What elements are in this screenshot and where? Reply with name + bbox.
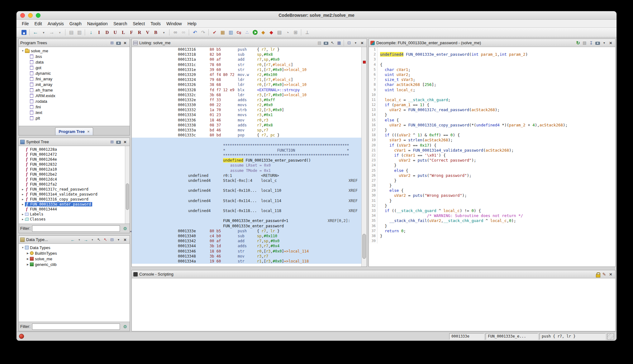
scrollbar-thumb[interactable] <box>126 183 129 210</box>
menu-file[interactable]: File <box>19 21 32 26</box>
cursor-icon[interactable]: ↖ <box>330 40 336 46</box>
snapshot-icon[interactable] <box>323 40 329 46</box>
decompile-line-22[interactable]: 22 if (cVar1 == '\x01') { <box>369 153 615 158</box>
filter-options-icon[interactable]: ⚙ <box>122 226 128 231</box>
fields-icon[interactable]: ▦ <box>336 40 342 46</box>
clone-icon[interactable]: ▤ <box>316 40 322 46</box>
tree-item--data[interactable]: .data <box>19 59 130 65</box>
decompile-line-11[interactable]: 11 local_c = __stack_chk_guard; <box>369 97 615 102</box>
next-undefined-icon[interactable]: U <box>112 29 119 36</box>
listing-line[interactable]: undefinedr0:1<RETURN> <box>132 173 361 178</box>
register-manager-icon[interactable]: ▥ <box>227 29 235 36</box>
listing-line[interactable] <box>132 138 361 143</box>
camera-icon[interactable] <box>116 139 121 145</box>
listing-line[interactable]: undefined4Stack[-0x110...local_110XREF <box>132 188 361 193</box>
listing-line-00013346[interactable]: 0001334618 60strr0,[r3,#0x0]=>local_114 <box>132 249 361 254</box>
tree-item-fun-00013316-copy-password[interactable]: ▶fFUN_00013316_copy_password <box>19 197 125 202</box>
expand-icon[interactable]: ⊡ <box>346 40 352 46</box>
camera-icon[interactable] <box>116 40 121 46</box>
listing-line[interactable]: assume LRset = 0x0 <box>132 163 361 168</box>
next-instruction-icon[interactable]: I <box>95 29 103 36</box>
title-bar[interactable]: CodeBrowser: solve_me2:/solve_me <box>17 11 616 20</box>
forward-menu-icon[interactable]: ▾ <box>56 29 64 36</box>
memory-map-icon[interactable]: ▦ <box>219 29 226 36</box>
tree-item-fun-00012fa2[interactable]: fFUN_00012fa2 <box>19 182 125 187</box>
close-icon[interactable]: × <box>608 272 614 277</box>
decompile-line-37[interactable]: 37 return 0; <box>369 229 615 234</box>
clock-icon[interactable]: ◔ <box>284 29 291 36</box>
listing-line-00013326[interactable]: 0001332638 68ldrr0,[r7,#0x0]=>local_10 <box>132 82 361 87</box>
tree-item-fun-00013444[interactable]: fFUN_00013444 <box>19 207 125 212</box>
decompile-line-39[interactable]: 39 <box>369 239 615 243</box>
close-icon[interactable]: × <box>122 237 128 243</box>
pointer-icon[interactable]: ↖ <box>96 237 102 243</box>
menu-edit[interactable]: Edit <box>32 21 45 26</box>
next-data-icon[interactable]: D <box>103 29 111 36</box>
pin-icon[interactable]: ⊞ <box>109 139 115 145</box>
decompile-line-18[interactable]: 18 if (((uVar2 ^ 1) & 0xff) == 0) { <box>369 133 615 138</box>
error-icon[interactable]: ◆ <box>268 29 275 36</box>
refresh-icon[interactable]: ↻ <box>575 40 581 46</box>
decompile-line-36[interactable]: 36 } <box>369 224 615 229</box>
decompile-line-20[interactable]: 20 if (sVar3 == 0x17) { <box>369 143 615 148</box>
decompile-line-38[interactable]: 38} <box>369 234 615 239</box>
decompile-line-2[interactable]: 2undefined4 FUN_0001333e_enter_password(… <box>369 52 615 57</box>
decompile-line-6[interactable]: 6 uint uVar2; <box>369 72 615 77</box>
decompile-line-15[interactable]: 15 else { <box>369 118 615 123</box>
decompile-line-3[interactable]: 3 <box>369 57 615 62</box>
tree-item-solve-me[interactable]: ▼solve_me <box>19 48 130 54</box>
tree-item-fun-0001264e[interactable]: fFUN_0001264e <box>19 157 125 162</box>
listing-line-00013330[interactable]: 0001333000 22movsr2,#0x0 <box>132 102 361 107</box>
listing-line-00013334[interactable]: 0001333401 23movsr3,#0x1 <box>132 112 361 117</box>
export-icon[interactable]: ↧ <box>588 40 594 46</box>
bookmark-icon[interactable]: ◆ <box>259 29 267 36</box>
pointer-filter-icon[interactable]: ↖ <box>102 237 108 243</box>
tree-item-builtintypes[interactable]: ▶BuiltInTypes <box>19 250 130 256</box>
forward-menu-icon[interactable]: ▾ <box>89 237 95 243</box>
listing-line[interactable] <box>132 193 361 198</box>
resize-grip[interactable] <box>607 333 614 340</box>
next-varied-icon[interactable]: V <box>144 29 151 36</box>
program-tree-tab[interactable]: Program Tree × <box>55 127 93 135</box>
tree-item--fini-array[interactable]: .fini_array <box>19 76 130 82</box>
close-icon[interactable]: × <box>122 139 128 145</box>
close-icon[interactable]: × <box>608 40 614 46</box>
copy-icon[interactable]: ▤ <box>68 29 75 36</box>
next-function-icon[interactable]: F <box>128 29 135 36</box>
back-icon[interactable]: ← <box>32 29 39 36</box>
next-label-icon[interactable]: L <box>120 29 127 36</box>
tree-item--plt[interactable]: .plt <box>19 115 130 121</box>
decompile-line-30[interactable]: 30 uVar2 = puts("Wrong password"); <box>369 193 615 198</box>
decompile-line-17[interactable]: 17 } <box>369 128 615 133</box>
tree-item-fun-0001333e-enter-password[interactable]: ▶fFUN_0001333e_enter_password <box>19 202 125 207</box>
decompile-line-21[interactable]: 21 cVar1 = FUN_000131e4_validate_passwor… <box>369 148 615 153</box>
decompile-line-19[interactable]: 19 sVar3 = strlen(acStack268); <box>369 138 615 143</box>
unlink-icon[interactable]: ∞ <box>180 29 187 36</box>
listing-line[interactable]: undefined FUN_0001333e_enter_password() <box>132 158 361 163</box>
decompile-line-5[interactable]: 5 char cVar1; <box>369 67 615 72</box>
listing-line-0001332c[interactable]: 0001332c3b 68ldrr3,[r7,#0x0]=>local_10 <box>132 92 361 97</box>
tree-item-fun-00012472[interactable]: fFUN_00012472 <box>19 152 125 157</box>
listing-line-00013338[interactable]: 0001333808 37addsr7,#0x8 <box>132 123 361 128</box>
symbol-filter-input[interactable] <box>32 225 120 232</box>
expand-arrow-icon[interactable]: ▶ <box>26 252 30 255</box>
tree-item-data-types[interactable]: ▼Data Types <box>19 245 130 250</box>
expand-arrow-icon[interactable]: ▶ <box>21 213 25 216</box>
close-tab-icon[interactable]: × <box>87 129 90 134</box>
decompile-line-33[interactable]: 33 if ((__stack_chk_guard ^ local_c) != … <box>369 208 615 213</box>
listing-line-00013328[interactable]: 00013328fd f7 12 e9blx<EXTERNAL>::strncp… <box>132 87 361 92</box>
decompile-line-28[interactable]: 28 } <box>369 183 615 188</box>
decompile-line-32[interactable]: 32 } <box>369 203 615 208</box>
function-graph-icon[interactable]: ∴ <box>243 29 251 36</box>
listing-line-00013320[interactable]: 000133204f f4 80 72mov.wr2,#0x100 <box>132 72 361 77</box>
decompile-line-16[interactable]: 16 uVar2 = FUN_00013316_copy_password(*(… <box>369 123 615 128</box>
minimize-window-button[interactable] <box>28 13 33 18</box>
listing-line[interactable] <box>132 213 361 218</box>
tree-item-fun-00012a10[interactable]: fFUN_00012a10 <box>19 167 125 172</box>
listing-line-00013318[interactable]: 0001331882 b0subsp,#0x8 <box>132 52 361 57</box>
tree-item--rodata[interactable]: .rodata <box>19 98 130 104</box>
link-icon[interactable]: ∞ <box>172 29 179 36</box>
menu-tools[interactable]: Tools <box>148 21 164 26</box>
decompile-line-35[interactable]: 35 __stack_chk_fail(uVar2,__stack_chk_gu… <box>369 218 615 223</box>
next-bookmark-icon[interactable]: B <box>152 29 159 36</box>
